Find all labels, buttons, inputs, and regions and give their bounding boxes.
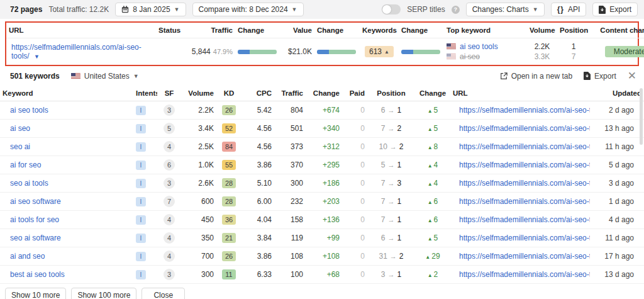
keyword-link[interactable]: seo ai [10, 142, 30, 151]
top-keyword-2-link[interactable]: ai seo [460, 52, 480, 61]
serp-titles-toggle[interactable] [382, 4, 401, 14]
kw-col-header-intents[interactable]: Intents [133, 86, 157, 101]
serp-features-badge[interactable]: 3 [164, 269, 175, 280]
col-header-keywords[interactable]: Keywords [360, 23, 399, 38]
col-header-content-changes[interactable]: Content changes [590, 23, 644, 38]
kw-col-header-keyword[interactable]: Keyword [0, 86, 133, 101]
kw-col-header-paid[interactable]: Paid [342, 86, 367, 101]
serp-features-badge[interactable]: 4 [164, 141, 175, 152]
scrollbar[interactable] [640, 88, 643, 145]
col-header-position[interactable]: Position [557, 23, 590, 38]
intent-badge[interactable]: I [136, 161, 146, 170]
api-button[interactable]: {} API [551, 3, 587, 16]
serp-features-badge[interactable]: 6 [164, 159, 175, 171]
col-header-url[interactable]: URL [6, 23, 156, 38]
country-selector[interactable]: United States ▼ [71, 72, 139, 81]
keyword-url-link[interactable]: https://selfmademillennials.com/ai-seo-t… [459, 142, 590, 151]
arrow-right-icon: → [388, 125, 395, 132]
content-changes-badge[interactable]: Moderate [605, 46, 644, 57]
intent-badge[interactable]: I [136, 270, 146, 279]
keyword-traffic-change: +340 [306, 120, 342, 138]
keyword-url-link[interactable]: https://selfmademillennials.com/ai-seo-t… [459, 252, 590, 261]
intent-badge[interactable]: I [136, 142, 146, 152]
intent-badge[interactable]: I [136, 124, 146, 133]
kw-col-header-kd[interactable]: KD [216, 86, 242, 101]
kw-col-header-cpc[interactable]: CPC [242, 86, 274, 101]
date-picker-button[interactable]: 8 Jan 2025 ▼ [115, 3, 186, 16]
keyword-url-link[interactable]: https://selfmademillennials.com/ai-seo-t… [459, 161, 590, 169]
intent-badge[interactable]: I [136, 234, 146, 243]
keyword-link[interactable]: best ai seo tools [10, 270, 65, 279]
keyword-link[interactable]: ai seo tools [10, 106, 48, 115]
kw-col-header-change[interactable]: Change [306, 86, 342, 101]
keyword-position: 7→3 [367, 174, 415, 193]
keyword-link[interactable]: ai and seo [10, 252, 45, 261]
col-header-status[interactable]: Status [156, 23, 184, 38]
serp-features-badge[interactable]: 5 [164, 123, 175, 134]
col-header-traffic-change[interactable]: Change [235, 23, 280, 38]
keyword-url-link[interactable]: https://selfmademillennials.com/ai-seo-t… [459, 179, 590, 188]
col-header-keywords-change[interactable]: Change [399, 23, 444, 38]
keyword-url-link[interactable]: https://selfmademillennials.com/ai-seo-t… [459, 270, 590, 279]
keyword-paid: 0 [342, 229, 367, 247]
serp-features-badge[interactable]: 3 [164, 104, 175, 116]
intent-badge[interactable]: I [136, 179, 146, 188]
col-header-value[interactable]: Value [280, 23, 314, 38]
keyword-url-link[interactable]: https://selfmademillennials.com/ai-seo-t… [459, 215, 590, 224]
kw-col-header-traffic[interactable]: Traffic [274, 86, 306, 101]
keyword-position: 7→1 [367, 211, 415, 229]
col-header-traffic[interactable]: Traffic [184, 23, 235, 38]
chevron-down-icon[interactable]: ▼ [34, 54, 40, 60]
keyword-link[interactable]: ai for seo [10, 161, 41, 169]
show-100-more-button[interactable]: Show 100 more [71, 288, 136, 299]
kw-col-header-position[interactable]: Position [367, 86, 415, 101]
keyword-updated: 1 d ago [590, 193, 644, 211]
keyword-link[interactable]: ai tools for seo [10, 215, 59, 224]
export-label: Export [609, 5, 631, 14]
keyword-link[interactable]: seo ai tools [10, 179, 48, 188]
keywords-export-button[interactable]: Export [584, 72, 616, 81]
serp-features-badge[interactable]: 7 [164, 196, 175, 207]
arrow-right-icon: → [390, 252, 397, 260]
export-button[interactable]: Export [592, 3, 638, 16]
keywords-panel-header: 501 keywords United States ▼ Open in a n… [0, 66, 644, 86]
intent-badge[interactable]: I [136, 215, 146, 225]
col-header-volume[interactable]: Volume [527, 23, 557, 38]
intent-badge[interactable]: I [136, 197, 146, 206]
chevron-down-icon: ▼ [292, 6, 297, 13]
keyword-url-link[interactable]: https://selfmademillennials.com/ai-seo-t… [459, 234, 590, 242]
top-keyword-1-link[interactable]: ai seo tools [460, 42, 498, 51]
close-button[interactable]: Close [142, 288, 185, 299]
keyword-url-link[interactable]: https://selfmademillennials.com/ai-seo-t… [459, 197, 590, 206]
kw-col-header-volume[interactable]: Volume [181, 86, 216, 101]
top-keyword-2-position: 7 [560, 52, 587, 62]
keyword-url-link[interactable]: https://selfmademillennials.com/ai-seo-t… [459, 124, 590, 133]
keyword-link[interactable]: seo ai software [10, 234, 61, 242]
kw-col-header-url[interactable]: URL [450, 86, 590, 101]
compare-with-button[interactable]: Compare with: 8 Dec 2024 ▼ [192, 3, 304, 16]
keywords-export-label: Export [594, 72, 616, 81]
serp-features-badge[interactable]: 4 [164, 214, 175, 225]
intent-badge[interactable]: I [136, 252, 146, 261]
show-10-more-button[interactable]: Show 10 more [5, 288, 66, 299]
close-icon[interactable]: ✕ [628, 71, 636, 81]
serp-features-badge[interactable]: 4 [164, 251, 175, 262]
changes-mode-button[interactable]: Changes: Charts ▼ [466, 3, 545, 16]
kw-col-header-pos-change[interactable]: Change [415, 86, 450, 101]
kw-col-header-updated[interactable]: Updated [590, 86, 644, 101]
keyword-position-change: ▲5 [415, 229, 450, 247]
keyword-link[interactable]: ai seo [10, 124, 30, 133]
col-header-value-change[interactable]: Change [314, 23, 360, 38]
info-icon[interactable]: ? [452, 6, 460, 14]
keywords-count-badge[interactable]: 613▲ [365, 46, 394, 57]
open-new-tab-button[interactable]: Open in a new tab [500, 72, 572, 81]
serp-features-badge[interactable]: 4 [164, 232, 175, 244]
kw-col-header-sf[interactable]: SF [157, 86, 181, 101]
col-header-top-keyword[interactable]: Top keyword [444, 23, 527, 38]
keyword-cpc: 3.86 [242, 247, 274, 266]
intent-badge[interactable]: I [136, 106, 146, 115]
keyword-url-link[interactable]: https://selfmademillennials.com/ai-seo-t… [459, 106, 590, 115]
page-url-link[interactable]: https://selfmademillennials.com/ai-seo-t… [11, 43, 142, 60]
serp-features-badge[interactable]: 3 [164, 178, 175, 189]
keyword-link[interactable]: ai seo software [10, 197, 61, 206]
